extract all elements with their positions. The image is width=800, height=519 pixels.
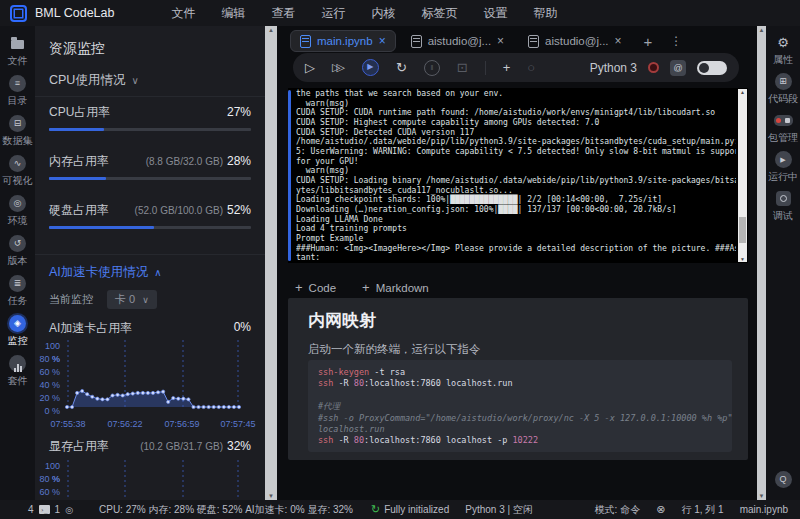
gpu-section-header[interactable]: AI加速卡使用情况∧ bbox=[49, 264, 162, 281]
tool-item-properties[interactable]: ⚙属性 bbox=[773, 34, 793, 67]
output-line: Loading checkpoint shards: 100%|████████… bbox=[296, 195, 736, 205]
output-line: ###Human: <Img><ImageHere></Img> Please … bbox=[296, 244, 736, 254]
tab-label: aistudio@j... bbox=[428, 35, 491, 47]
menu-item[interactable]: 文件 bbox=[158, 5, 208, 22]
tab-aistudio-j-[interactable]: aistudio@j...× bbox=[519, 31, 630, 51]
red-dot-icon bbox=[776, 118, 781, 123]
cursor-position[interactable]: 行 1, 列 1 bbox=[681, 503, 723, 517]
markdown-cell[interactable]: 内网映射 启动一个新的终端，运行以下指令 ssh-keygen -t rsass… bbox=[288, 298, 748, 460]
y-tick-label: 60 % bbox=[37, 366, 60, 379]
play-icon: ▶ bbox=[775, 151, 792, 168]
tab-menu-button[interactable]: ⋮ bbox=[665, 34, 687, 48]
chevron-up-icon: ∧ bbox=[154, 267, 161, 278]
close-icon[interactable]: × bbox=[379, 34, 386, 48]
search-button[interactable]: Q bbox=[775, 471, 792, 488]
code-line: ssh -R 80:localhost:7860 localhost.run bbox=[318, 378, 722, 389]
visualization-icon: ∿ bbox=[9, 155, 26, 172]
card-select-value: 卡 0 bbox=[115, 292, 135, 307]
cpu-section-header[interactable]: CPU使用情况∨ bbox=[49, 72, 139, 89]
add-cell-button[interactable]: + bbox=[503, 61, 511, 74]
code-token: #ssh -o ProxyCommand="/home/aistudio/wor… bbox=[318, 413, 732, 423]
menu-item[interactable]: 运行 bbox=[308, 5, 358, 22]
new-tab-button[interactable]: + bbox=[637, 33, 660, 50]
scroll-down-icon[interactable]: ▼ bbox=[757, 493, 766, 499]
tab-main-ipynb[interactable]: main.ipynb× bbox=[290, 30, 396, 52]
output-line: tant: bbox=[296, 253, 736, 263]
vram-usage-row: 显存占用率 (10.2 GB/31.7 GB)32% bbox=[49, 438, 251, 455]
scrollbar-thumb[interactable] bbox=[739, 217, 746, 243]
card-select[interactable]: 卡 0 ∨ bbox=[107, 290, 157, 309]
gpu-usage-chart: 100 %80 %60 %40 %20 %0 %07:55:3807:56:22… bbox=[37, 340, 263, 428]
run-current-button[interactable]: ▶ bbox=[362, 59, 379, 76]
gpu-usage-row: AI加速卡占用率 0% bbox=[49, 320, 251, 337]
run-button[interactable]: ▷ bbox=[305, 61, 315, 74]
sidebar-item-files[interactable]: 文件 bbox=[8, 35, 28, 68]
pause-button[interactable]: ‖ bbox=[424, 60, 440, 76]
kernel-state[interactable]: Python 3 | 空闲 bbox=[465, 503, 533, 517]
y-tick-label: 80 % bbox=[37, 353, 60, 366]
sidebar-item-suite[interactable]: 套件 bbox=[8, 355, 28, 388]
menu-item[interactable]: 查看 bbox=[258, 5, 308, 22]
tool-item-label: 运行中 bbox=[768, 170, 798, 184]
close-icon[interactable]: × bbox=[497, 34, 504, 48]
close-icon[interactable]: × bbox=[615, 34, 622, 48]
assistant-badge-icon[interactable]: @ bbox=[670, 60, 686, 76]
scroll-down-icon[interactable]: ▼ bbox=[738, 256, 747, 262]
sidebar-item-visualization[interactable]: ∿可视化 bbox=[3, 155, 33, 188]
y-tick-label: 60 % bbox=[37, 486, 60, 499]
code-token: -t rsa bbox=[369, 367, 405, 377]
sidebar-item-version[interactable]: ↺版本 bbox=[8, 235, 28, 268]
output-line: Prompt Example bbox=[296, 234, 736, 244]
sidebar-item-tasks[interactable]: ≣任务 bbox=[8, 275, 28, 308]
editor-mode[interactable]: 模式: 命令 bbox=[595, 503, 641, 517]
meter-label: 硬盘占用率 bbox=[49, 202, 109, 219]
sidebar-item-label: 文件 bbox=[8, 54, 28, 68]
scroll-down-icon[interactable]: ▼ bbox=[265, 493, 277, 499]
notification-icon[interactable]: ⊗ bbox=[656, 503, 665, 516]
sidebar-item-environment[interactable]: ◎环境 bbox=[8, 195, 28, 228]
tool-item-snippets[interactable]: ⊞代码段 bbox=[768, 73, 798, 106]
tool-item-packages[interactable]: 包管理 bbox=[768, 112, 798, 145]
busy-indicator-icon: ○ bbox=[527, 61, 535, 74]
add-markdown-button[interactable]: +Markdown bbox=[362, 280, 429, 295]
run-all-button[interactable]: ▷▷ bbox=[332, 62, 345, 73]
sidebar-item-label: 环境 bbox=[8, 214, 28, 228]
sidebar-item-directory[interactable]: ≡目录 bbox=[8, 75, 28, 108]
kernel-name[interactable]: Python 3 bbox=[590, 61, 637, 75]
vram-usage-chart: 100 %80 %60 % bbox=[37, 460, 263, 500]
sidebar-item-dataset[interactable]: ⊟数据集 bbox=[3, 115, 33, 148]
tab-aistudio-j-[interactable]: aistudio@j...× bbox=[402, 31, 513, 51]
output-scrollbar[interactable]: ▲ ▼ bbox=[738, 89, 747, 262]
environment-icon: ◎ bbox=[9, 195, 26, 212]
scroll-up-icon[interactable]: ▲ bbox=[265, 27, 277, 33]
menu-item[interactable]: 内核 bbox=[358, 5, 408, 22]
app-logo-icon bbox=[10, 5, 27, 22]
add-code-button[interactable]: +Code bbox=[295, 280, 336, 295]
session-counts[interactable]: 4 ›_ 1 ◎ bbox=[28, 504, 73, 515]
chart-x-axis: 07:55:3807:56:2207:56:5907:57:45 bbox=[37, 418, 263, 431]
output-line: /home/aistudio/.data/webide/pip/lib/pyth… bbox=[296, 137, 736, 147]
y-tick-label: 80 % bbox=[37, 473, 60, 486]
sidebar-item-label: 套件 bbox=[8, 374, 28, 388]
menu-item[interactable]: 编辑 bbox=[208, 5, 258, 22]
save-button[interactable]: ⊡ bbox=[457, 61, 468, 74]
output-line: Loading LLAMA Done bbox=[296, 215, 736, 225]
tool-item-debug[interactable]: 调试 bbox=[773, 190, 793, 223]
terminal-count: 4 bbox=[28, 504, 34, 515]
panel-scrollbar[interactable]: ▲ ▼ bbox=[265, 26, 277, 500]
directory-icon: ≡ bbox=[9, 75, 26, 92]
progress-bar bbox=[49, 226, 251, 229]
scroll-up-icon[interactable]: ▲ bbox=[757, 27, 766, 33]
menu-item[interactable]: 帮助 bbox=[520, 5, 570, 22]
menu-item[interactable]: 设置 bbox=[470, 5, 520, 22]
menu-item[interactable]: 标签页 bbox=[408, 5, 470, 22]
output-line: CUDA SETUP: Detected CUDA version 117 bbox=[296, 128, 736, 138]
progress-bar bbox=[49, 177, 251, 180]
sidebar-item-monitor[interactable]: ◈监控 bbox=[8, 315, 28, 348]
main-scrollbar[interactable]: ▲ ▼ bbox=[757, 26, 766, 500]
meter-detail: (52.0 GB/100.0 GB) bbox=[135, 205, 223, 216]
scroll-up-icon[interactable]: ▲ bbox=[738, 89, 747, 95]
mode-toggle[interactable] bbox=[697, 61, 727, 75]
tool-item-running[interactable]: ▶运行中 bbox=[768, 151, 798, 184]
restart-kernel-button[interactable]: ↻ bbox=[396, 61, 407, 74]
